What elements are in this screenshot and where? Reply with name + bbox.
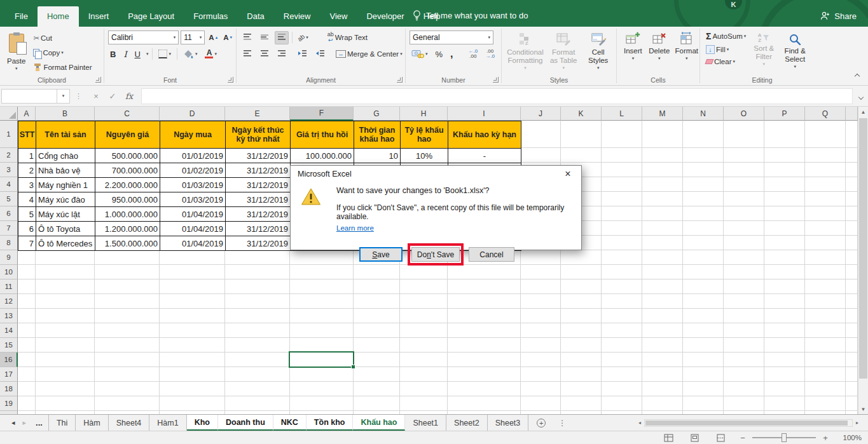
dialog-close-button[interactable]: ×: [557, 166, 579, 182]
table-header-kh-u-hao-k-h-n[interactable]: Khấu hao kỳ hạn: [448, 121, 521, 149]
bold-button[interactable]: B: [108, 48, 118, 60]
increase-decimal-button[interactable]: ←.0.00: [467, 48, 480, 61]
row-header-1[interactable]: 1: [0, 121, 18, 148]
scroll-up-arrow[interactable]: ▲: [858, 107, 868, 117]
copy-button[interactable]: Copy▾: [31, 46, 93, 59]
font-color-button[interactable]: A▾: [203, 48, 219, 60]
sheet-tab-thi[interactable]: Thi: [49, 415, 76, 431]
row-header-17[interactable]: 17: [0, 367, 18, 382]
new-sheet-button[interactable]: +: [537, 415, 546, 431]
horizontal-scrollbar-thumb[interactable]: [645, 420, 848, 426]
table-header-nguy-n-gi[interactable]: Nguyên giá: [95, 121, 160, 149]
table-header-th-i-gian-kh-u-hao[interactable]: Thời gian khấu hao: [354, 121, 401, 149]
align-right-button[interactable]: [275, 48, 289, 61]
cell-D3[interactable]: 01/02/2019: [160, 163, 226, 178]
insert-cells-button[interactable]: Insert▾: [621, 30, 645, 74]
cell-D4[interactable]: 01/03/2019: [160, 178, 226, 192]
table-header-t-l-kh-u-hao[interactable]: Tỷ lệ khấu hao: [401, 121, 448, 149]
cell-C5[interactable]: 950.000.000: [95, 192, 160, 207]
next-sheet-arrow[interactable]: ▸: [19, 415, 31, 431]
row-header-9[interactable]: 9: [0, 250, 18, 265]
decrease-indent-button[interactable]: [295, 48, 310, 61]
row-header-13[interactable]: 13: [0, 309, 18, 323]
sheet-tab-t-n-kho[interactable]: Tồn kho: [307, 415, 354, 431]
normal-view-button[interactable]: [660, 434, 677, 442]
sheet-tab-overflow[interactable]: ...: [30, 415, 49, 431]
bottom-align-button[interactable]: [275, 31, 289, 44]
column-header-H[interactable]: H: [400, 107, 448, 121]
cell-E3[interactable]: 31/12/2019: [226, 163, 291, 178]
row-header-6[interactable]: 6: [0, 206, 18, 221]
column-header-L[interactable]: L: [602, 107, 642, 121]
row-header-19[interactable]: 19: [0, 396, 18, 411]
sheet-tab-sheet3[interactable]: Sheet3: [488, 415, 529, 431]
align-left-button[interactable]: [240, 48, 254, 61]
cell-B7[interactable]: Ô tô Toyota: [36, 222, 95, 236]
previous-sheet-arrow[interactable]: ◂: [8, 415, 19, 431]
cell-C4[interactable]: 2.200.000.000: [95, 178, 160, 192]
cell-B3[interactable]: Nhà bảo vệ: [36, 163, 95, 178]
underline-button[interactable]: U: [133, 48, 142, 60]
row-header-7[interactable]: 7: [0, 221, 18, 236]
delete-cells-button[interactable]: Delete▾: [647, 30, 672, 74]
cancel-entry-button[interactable]: ×: [88, 89, 104, 104]
number-format-combobox[interactable]: General▾: [410, 30, 493, 44]
name-box[interactable]: [1, 89, 57, 104]
format-as-table-button[interactable]: Format as Table▾: [546, 30, 581, 74]
sheet-tab-h-m1[interactable]: Hàm1: [149, 415, 186, 431]
cell-A3[interactable]: 2: [18, 163, 36, 178]
column-header-F[interactable]: F: [290, 107, 354, 121]
cell-D5[interactable]: 01/03/2019: [160, 192, 226, 207]
cell-D6[interactable]: 01/04/2019: [160, 207, 226, 222]
column-header-N[interactable]: N: [683, 107, 724, 121]
column-header-P[interactable]: P: [764, 107, 805, 121]
row-header-18[interactable]: 18: [0, 382, 18, 396]
cell-F2[interactable]: 100.000.000: [291, 149, 354, 163]
decrease-font-size-button[interactable]: A▾: [221, 32, 234, 43]
column-header-D[interactable]: D: [160, 107, 225, 121]
cell-A2[interactable]: 1: [18, 149, 36, 163]
conditional-formatting-button[interactable]: ≠ Conditional Formatting▾: [506, 30, 545, 74]
cell-A4[interactable]: 3: [18, 178, 36, 192]
sheet-tab-sheet2[interactable]: Sheet2: [446, 415, 488, 431]
expand-formula-bar-button[interactable]: [854, 91, 868, 101]
sheet-tab-doanh-thu[interactable]: Doanh thu: [218, 415, 273, 431]
middle-align-button[interactable]: [258, 31, 272, 44]
percent-style-button[interactable]: %: [434, 48, 445, 60]
wrap-text-button[interactable]: ab↩ Wrap Text: [326, 30, 369, 44]
format-painter-button[interactable]: Format Painter: [31, 61, 93, 74]
vertical-scrollbar[interactable]: ▲ ▼: [858, 107, 868, 414]
merge-center-button[interactable]: ↔ Merge & Center▾: [334, 49, 404, 59]
page-break-view-button[interactable]: [712, 434, 729, 442]
share-button[interactable]: Share: [820, 11, 857, 21]
zoom-level[interactable]: 100%: [839, 434, 862, 441]
zoom-in-button[interactable]: +: [821, 433, 830, 443]
sheet-tab-h-m[interactable]: Hàm: [76, 415, 108, 431]
table-header-ng-y-k-t-th-c-k-th-nh-t[interactable]: Ngày kết thúc kỳ thứ nhất: [226, 121, 291, 149]
row-header-11[interactable]: 11: [0, 279, 18, 294]
find-select-button[interactable]: Find & Select▾: [780, 31, 810, 71]
ribbon-tab-file[interactable]: File: [5, 6, 38, 27]
name-box-dropdown-arrow[interactable]: ▾: [57, 89, 70, 104]
format-cells-button[interactable]: Format▾: [673, 30, 700, 74]
cut-button[interactable]: ✂Cut: [31, 32, 93, 44]
row-header-15[interactable]: 15: [0, 338, 18, 353]
clear-button[interactable]: Clear▾: [704, 57, 748, 67]
cell-B2[interactable]: Cổng chào: [36, 149, 95, 163]
horizontal-scrollbar-track[interactable]: [644, 419, 853, 427]
row-header-12[interactable]: 12: [0, 294, 18, 309]
cell-C6[interactable]: 1.000.000.000: [95, 207, 160, 222]
sort-filter-button[interactable]: AZ Sort & Filter▾: [748, 31, 780, 71]
insert-function-button[interactable]: fx: [121, 89, 137, 104]
alignment-dialog-launcher[interactable]: [397, 77, 403, 83]
accounting-format-button[interactable]: ▾: [410, 48, 430, 60]
cell-G2[interactable]: 10: [354, 149, 401, 163]
copy-dropdown-arrow[interactable]: ▾: [61, 51, 64, 55]
column-header-I[interactable]: I: [448, 107, 521, 121]
underline-dropdown-arrow[interactable]: ▾: [146, 52, 149, 56]
table-header-gi-tr-thu-h-i[interactable]: Giá trị thu hồi: [291, 121, 354, 149]
fill-color-button[interactable]: ▾: [181, 48, 200, 60]
ribbon-tab-review[interactable]: Review: [274, 6, 320, 27]
row-header-3[interactable]: 3: [0, 163, 18, 177]
cell-A8[interactable]: 7: [18, 236, 36, 251]
